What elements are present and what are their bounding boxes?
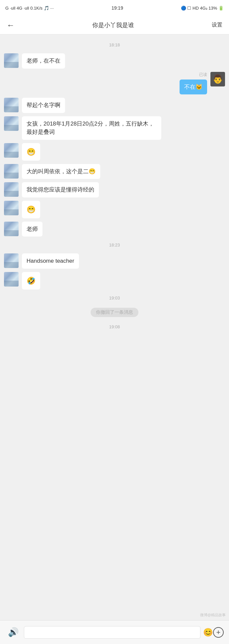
read-label: 已读 (199, 72, 207, 78)
back-button[interactable]: ← (7, 21, 15, 30)
emoji-button[interactable]: 😊 (203, 628, 213, 637)
timestamp-1818: 18:18 (4, 42, 225, 47)
bubble-left: Handsome teacher (22, 253, 79, 269)
message-row: 大的叫周依依，这个是二😁 (4, 164, 225, 179)
message-emoji: 😁 (27, 205, 36, 214)
settings-button[interactable]: 设置 (212, 22, 222, 28)
bubble-left: 我觉得您应该是懂得诗经的 (22, 182, 99, 197)
status-bar: G ·ull 4G ·ull 0.1K/s 🎵 ··· 19:19 🔵 ☐ HD… (0, 0, 229, 16)
avatar-left (4, 53, 19, 68)
message-row: 😁 (4, 143, 225, 161)
message-row: 帮起个名字啊 (4, 98, 225, 113)
status-right: 🔵 ☐ HD 4G₂ 13% 🔋 (181, 6, 224, 11)
message-emoji: 😁 (27, 148, 36, 156)
bubble-left: 老师 (22, 222, 42, 237)
message-row: 我觉得您应该是懂得诗经的 (4, 182, 225, 197)
message-text: 大的叫周依依，这个是二😁 (27, 168, 96, 175)
bubble-left: 帮起个名字啊 (22, 98, 65, 113)
avatar-left (4, 272, 19, 287)
avatar-left (4, 182, 19, 197)
message-emoji: 🤣 (27, 277, 36, 285)
timestamp-1823: 18:23 (4, 242, 225, 247)
bubble-left: 大的叫周依依，这个是二😁 (22, 164, 100, 179)
bubble-left: 😁 (22, 201, 40, 218)
message-text: 不在🐱 (184, 84, 202, 90)
bottom-bar: 🔊 😊 + (0, 620, 229, 644)
voice-button[interactable]: 🔊 (5, 624, 21, 640)
voice-icon: 🔊 (8, 627, 19, 637)
bubble-right: 不在🐱 (180, 80, 207, 95)
message-text: 女孩，2018年1月28日20点2分，周姓，五行缺木，最好是叠词 (27, 121, 154, 135)
status-left: G ·ull 4G ·ull 0.1K/s 🎵 ··· (5, 6, 54, 11)
bubble-left: 😁 (22, 143, 40, 161)
message-row: 🤣 (4, 272, 225, 290)
signal-text: G ·ull 4G ·ull 0.1K/s 🎵 ··· (5, 6, 54, 11)
timestamp-1903: 19:03 (4, 295, 225, 300)
chat-title: 你是小丫我是谁 (92, 21, 134, 29)
avatar-left (4, 222, 19, 236)
nav-bar: ← 你是小丫我是谁 设置 (0, 16, 229, 34)
status-time: 19:19 (112, 5, 123, 11)
message-input[interactable] (24, 626, 200, 639)
avatar-left (4, 164, 19, 179)
emoji-icon: 😊 (203, 628, 213, 637)
message-text: 帮起个名字啊 (27, 102, 60, 108)
recalled-message-wrap: 你撤回了一条消息 (4, 308, 225, 317)
avatar-left (4, 143, 19, 158)
bubble-left: 女孩，2018年1月28日20点2分，周姓，五行缺木，最好是叠词 (22, 116, 161, 140)
avatar-left (4, 116, 19, 131)
message-text: 我觉得您应该是懂得诗经的 (27, 187, 94, 193)
message-row: 老师，在不在 (4, 53, 225, 69)
message-row: 😁 (4, 201, 225, 218)
add-button[interactable]: + (213, 627, 224, 638)
message-text: 老师 (27, 226, 38, 232)
battery-text: 🔵 ☐ HD 4G₂ 13% 🔋 (181, 6, 224, 11)
plus-icon: + (216, 628, 221, 637)
avatar-left (4, 98, 19, 112)
bubble-left: 老师，在不在 (22, 53, 65, 69)
message-row: 女孩，2018年1月28日20点2分，周姓，五行缺木，最好是叠词 (4, 116, 225, 140)
message-row: 老师 (4, 222, 225, 237)
avatar-right: 👨 (210, 72, 225, 86)
message-row-right: 👨 已读 不在🐱 (4, 72, 225, 95)
recalled-message: 你撤回了一条消息 (91, 308, 138, 317)
message-row: Handsome teacher (4, 253, 225, 269)
chat-area: 18:18 老师，在不在 👨 已读 不在🐱 帮起个名字啊 (0, 34, 229, 620)
bubble-left: 🤣 (22, 272, 40, 290)
message-text: 老师，在不在 (27, 58, 60, 64)
avatar-left (4, 253, 19, 268)
message-text: Handsome teacher (27, 258, 74, 264)
timestamp-1908: 19:08 (4, 324, 225, 329)
avatar-left (4, 201, 19, 215)
watermark: 微博@精品故事 (200, 613, 226, 617)
